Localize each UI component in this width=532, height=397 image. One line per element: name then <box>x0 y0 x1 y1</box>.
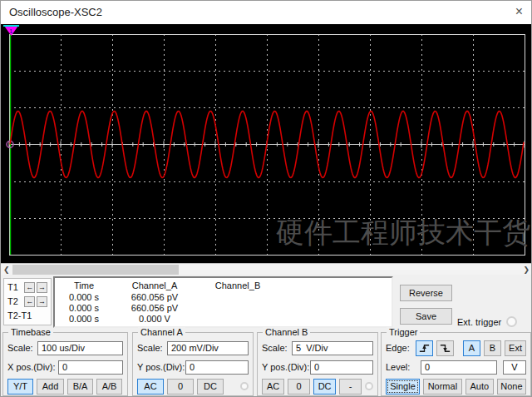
channel-a-scale-label: Scale: <box>137 343 163 353</box>
channel-b-minus-button[interactable]: - <box>339 379 362 395</box>
t2-left-button[interactable]: ← <box>24 296 35 307</box>
trigger-none-button[interactable]: None <box>497 379 526 395</box>
channel-a-ypos-label: Y pos.(Div): <box>137 362 185 372</box>
cursor-t2-row: T2 ← → <box>7 295 47 308</box>
channel-b-zero-button[interactable]: 0 <box>288 379 310 395</box>
scope-display[interactable]: 1硬件工程师技术干货 <box>1 24 532 263</box>
trigger-source-ext-button[interactable]: Ext <box>505 340 526 356</box>
measurement-header-row: Time Channel_A Channel_B <box>55 280 392 291</box>
timebase-scale-label: Scale: <box>7 343 33 353</box>
channel-a-ypos-input[interactable] <box>185 360 249 375</box>
t2-values-row: 0.000 s 660.056 pV <box>55 303 392 314</box>
t1-channel-b <box>196 292 279 303</box>
ba-button[interactable]: B/A <box>67 379 93 395</box>
t2-time: 0.000 s <box>55 303 113 314</box>
trigger-source-a-button[interactable]: A <box>463 340 480 356</box>
channel-b-legend: Channel B <box>263 327 310 337</box>
col-channel-b: Channel_B <box>196 280 279 291</box>
window-title: Oscilloscope-XSC2 <box>9 6 102 18</box>
t2t1-channel-a: 0.000 V <box>113 314 196 325</box>
cursor-t2t1-row: T2-T1 <box>7 309 47 322</box>
oscilloscope-window: Oscilloscope-XSC2 × 1硬件工程师技术干货 ❮ ❯ T1 ← … <box>0 0 532 397</box>
cursor-t1-row: T1 ← → <box>7 280 47 294</box>
t1-right-button[interactable]: → <box>37 282 47 293</box>
ab-button[interactable]: A/B <box>96 379 122 395</box>
t1-time: 0.000 s <box>55 292 113 303</box>
t2-channel-a: 660.056 pV <box>113 303 196 314</box>
scope-canvas[interactable]: 1硬件工程师技术干货 <box>1 24 532 263</box>
t2-right-button[interactable]: → <box>37 296 47 307</box>
channel-b-panel: Channel B Scale: Y pos.(Div): AC 0 DC - <box>257 332 378 396</box>
channel-b-ac-button[interactable]: AC <box>262 379 284 395</box>
horizontal-scrollbar[interactable]: ❮ ❯ <box>1 263 532 275</box>
t1-left-button[interactable]: ← <box>24 282 35 293</box>
falling-edge-button[interactable] <box>436 340 454 356</box>
trigger-legend: Trigger <box>387 327 420 337</box>
yt-button[interactable]: Y/T <box>7 379 33 395</box>
cursor-marker-label: 1 <box>9 27 13 35</box>
channel-b-led <box>365 382 373 390</box>
trigger-edge-label: Edge: <box>386 343 416 353</box>
rising-edge-button[interactable] <box>416 340 433 356</box>
trigger-level-unit[interactable]: V <box>503 360 526 375</box>
t2t1-time: 0.000 s <box>55 314 113 325</box>
channel-b-scale-label: Scale: <box>262 343 288 353</box>
trigger-panel: Trigger Edge: A B Ext Level: <box>381 332 531 396</box>
title-bar: Oscilloscope-XSC2 × <box>1 1 532 24</box>
channel-b-scale-input[interactable] <box>292 341 373 355</box>
trigger-auto-button[interactable]: Auto <box>466 379 494 395</box>
channel-a-legend: Channel A <box>138 327 185 337</box>
save-button[interactable]: Save <box>400 308 452 325</box>
add-button[interactable]: Add <box>37 379 64 395</box>
channel-a-panel: Channel A Scale: Y pos.(Div): AC 0 DC <box>132 332 254 396</box>
col-time: Time <box>55 280 113 291</box>
timebase-panel: Timebase Scale: X pos.(Div): Y/T Add B/A… <box>2 332 128 396</box>
trigger-single-button[interactable]: Single <box>386 379 420 395</box>
timebase-xpos-label: X pos.(Div): <box>7 362 55 372</box>
cursor-t1-label: T1 <box>7 282 22 292</box>
measurement-table: Time Channel_A Channel_B 0.000 s 660.056… <box>53 276 393 328</box>
scrollbar-thumb[interactable] <box>12 265 179 275</box>
channel-b-ypos-input[interactable] <box>310 360 373 375</box>
t1-channel-a: 660.056 pV <box>113 292 196 303</box>
reverse-button[interactable]: Reverse <box>400 285 452 301</box>
channel-a-zero-button[interactable]: 0 <box>167 379 194 395</box>
ext-trigger: Ext. trigger <box>457 316 517 327</box>
t2t1-channel-b <box>196 314 279 325</box>
channel-a-scale-input[interactable] <box>167 341 249 355</box>
trigger-source-b-button[interactable]: B <box>484 340 501 356</box>
cursor-t2t1-label: T2-T1 <box>7 310 32 320</box>
falling-edge-icon <box>439 342 451 355</box>
ext-trigger-label: Ext. trigger <box>457 317 501 327</box>
channel-b-ypos-label: Y pos.(Div): <box>262 362 309 372</box>
trigger-level-label: Level: <box>386 362 416 372</box>
t2-channel-b <box>196 303 279 314</box>
timebase-scale-input[interactable] <box>37 341 123 355</box>
channel-a-led <box>240 382 249 390</box>
cursor-controls: T1 ← → T2 ← → T2-T1 <box>3 278 52 325</box>
rising-edge-icon <box>418 342 431 355</box>
scroll-right-icon[interactable]: ❯ <box>523 265 530 275</box>
channel-b-dc-button[interactable]: DC <box>313 379 336 395</box>
close-icon[interactable]: × <box>515 4 523 19</box>
channel-a-dc-button[interactable]: DC <box>197 379 224 395</box>
scroll-left-icon[interactable]: ❮ <box>3 265 10 275</box>
watermark-text: 硬件工程师技术干货 <box>276 216 530 248</box>
t2t1-values-row: 0.000 s 0.000 V <box>55 314 392 325</box>
ext-trigger-led[interactable] <box>506 316 517 327</box>
trigger-normal-button[interactable]: Normal <box>423 379 462 395</box>
cursor-t2-label: T2 <box>7 296 22 306</box>
t1-values-row: 0.000 s 660.056 pV <box>55 292 392 303</box>
col-channel-a: Channel_A <box>113 280 196 291</box>
channel-a-ac-button[interactable]: AC <box>137 379 164 395</box>
timebase-legend: Timebase <box>8 327 53 337</box>
trigger-level-input[interactable] <box>421 360 497 375</box>
timebase-xpos-input[interactable] <box>58 360 123 375</box>
